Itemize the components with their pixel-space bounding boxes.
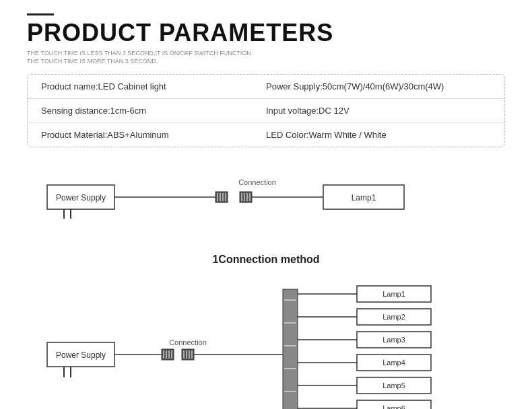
params-cell-sensing: Sensing distance:1cm-6cm bbox=[41, 106, 266, 116]
svg-text:Lamp6: Lamp6 bbox=[383, 404, 405, 409]
diagram1-section: Power Supply Lamp1 bbox=[27, 166, 505, 266]
page-title: PRODUCT PARAMETERS bbox=[27, 20, 505, 46]
diagram1-caption: 1Connection method bbox=[27, 254, 505, 266]
svg-text:Power Supply: Power Supply bbox=[56, 193, 106, 202]
svg-text:Power Supply: Power Supply bbox=[56, 350, 106, 360]
svg-text:Lamp3: Lamp3 bbox=[383, 336, 405, 344]
svg-text:Lamp5: Lamp5 bbox=[383, 381, 405, 389]
svg-text:Lamp2: Lamp2 bbox=[383, 313, 405, 321]
svg-text:Lamp1: Lamp1 bbox=[352, 193, 376, 202]
svg-text:Connection: Connection bbox=[169, 338, 207, 346]
params-cell-voltage: Input voltage:DC 12V bbox=[266, 106, 491, 116]
params-cell-product-name: Product name:LED Cabinet light bbox=[41, 81, 266, 91]
svg-text:Lamp1: Lamp1 bbox=[383, 290, 405, 298]
params-row-1: Product name:LED Cabinet light Power Sup… bbox=[28, 75, 504, 99]
params-table: Product name:LED Cabinet light Power Sup… bbox=[27, 74, 505, 147]
svg-text:Lamp4: Lamp4 bbox=[383, 359, 405, 367]
diagram1-svg-area: Power Supply Lamp1 bbox=[27, 166, 505, 250]
subtitle-note: THE TOUCH TIME IS LESS THAN 3 SECOND,IT … bbox=[27, 49, 505, 66]
diagram2-section: Power SupplyConnectionLamp1Lamp2Lamp3Lam… bbox=[27, 272, 505, 409]
params-cell-material: Product Material:ABS+Aluminum bbox=[41, 130, 266, 140]
params-row-2: Sensing distance:1cm-6cm Input voltage:D… bbox=[28, 99, 504, 123]
params-cell-led-color: LED Color:Warm White / White bbox=[266, 130, 491, 140]
svg-rect-37 bbox=[283, 289, 298, 409]
svg-text:Connection: Connection bbox=[238, 178, 276, 186]
params-row-3: Product Material:ABS+Aluminum LED Color:… bbox=[28, 123, 504, 147]
top-decorative-line bbox=[27, 13, 54, 15]
params-cell-power-supply: Power Supply:50cm(7W)/40m(6W)/30cm(4W) bbox=[266, 81, 491, 91]
